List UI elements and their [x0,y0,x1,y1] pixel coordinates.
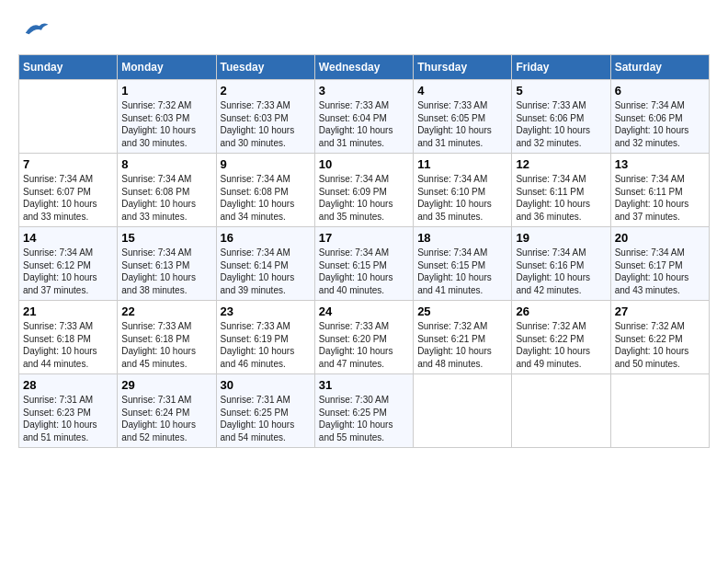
day-info: Sunrise: 7:33 AMSunset: 6:03 PMDaylight:… [221,99,311,149]
day-info: Sunrise: 7:33 AMSunset: 6:05 PMDaylight:… [417,99,507,149]
day-cell: 12Sunrise: 7:34 AMSunset: 6:11 PMDayligh… [512,154,610,227]
day-number: 23 [221,304,311,318]
day-number: 4 [417,84,507,98]
day-cell: 19Sunrise: 7:34 AMSunset: 6:16 PMDayligh… [512,227,610,301]
day-info: Sunrise: 7:30 AMSunset: 6:25 PMDaylight:… [319,394,409,443]
header-row: SundayMondayTuesdayWednesdayThursdayFrid… [19,55,710,80]
calendar-table: SundayMondayTuesdayWednesdayThursdayFrid… [18,54,710,448]
day-number: 12 [516,157,606,171]
day-number: 22 [121,304,211,318]
day-cell: 11Sunrise: 7:34 AMSunset: 6:10 PMDayligh… [414,154,512,227]
day-info: Sunrise: 7:34 AMSunset: 6:06 PMDaylight:… [615,99,705,149]
day-number: 3 [319,84,409,98]
day-cell: 14Sunrise: 7:34 AMSunset: 6:12 PMDayligh… [19,227,118,301]
logo [18,18,50,40]
day-cell: 9Sunrise: 7:34 AMSunset: 6:08 PMDaylight… [216,154,314,227]
day-info: Sunrise: 7:33 AMSunset: 6:20 PMDaylight:… [319,320,409,370]
header-saturday: Saturday [610,55,709,80]
day-number: 29 [121,378,211,392]
day-info: Sunrise: 7:33 AMSunset: 6:18 PMDaylight:… [23,320,113,370]
day-info: Sunrise: 7:34 AMSunset: 6:17 PMDaylight:… [615,247,705,296]
day-info: Sunrise: 7:34 AMSunset: 6:11 PMDaylight:… [516,173,606,223]
day-number: 13 [615,157,705,171]
day-info: Sunrise: 7:32 AMSunset: 6:22 PMDaylight:… [615,320,705,370]
day-number: 1 [121,84,211,98]
week-row-4: 21Sunrise: 7:33 AMSunset: 6:18 PMDayligh… [19,301,710,374]
day-info: Sunrise: 7:32 AMSunset: 6:22 PMDaylight:… [516,320,606,370]
day-cell: 5Sunrise: 7:33 AMSunset: 6:06 PMDaylight… [512,80,610,154]
logo-bird-icon [22,18,50,40]
day-number: 26 [516,304,606,318]
day-cell: 26Sunrise: 7:32 AMSunset: 6:22 PMDayligh… [512,301,610,374]
week-row-5: 28Sunrise: 7:31 AMSunset: 6:23 PMDayligh… [19,374,710,448]
day-number: 16 [221,231,311,245]
week-row-2: 7Sunrise: 7:34 AMSunset: 6:07 PMDaylight… [19,154,710,227]
day-cell: 28Sunrise: 7:31 AMSunset: 6:23 PMDayligh… [19,374,118,448]
day-cell: 20Sunrise: 7:34 AMSunset: 6:17 PMDayligh… [610,227,709,301]
day-info: Sunrise: 7:34 AMSunset: 6:16 PMDaylight:… [516,247,606,296]
day-info: Sunrise: 7:34 AMSunset: 6:09 PMDaylight:… [319,173,409,223]
day-number: 17 [319,231,409,245]
day-number: 31 [319,378,409,392]
header-wednesday: Wednesday [314,55,413,80]
day-info: Sunrise: 7:31 AMSunset: 6:25 PMDaylight:… [221,394,311,443]
day-info: Sunrise: 7:34 AMSunset: 6:08 PMDaylight:… [121,173,211,223]
day-number: 10 [319,157,409,171]
day-cell: 4Sunrise: 7:33 AMSunset: 6:05 PMDaylight… [414,80,512,154]
day-info: Sunrise: 7:31 AMSunset: 6:24 PMDaylight:… [121,394,211,443]
day-cell [414,374,512,448]
day-cell: 30Sunrise: 7:31 AMSunset: 6:25 PMDayligh… [216,374,314,448]
day-number: 2 [221,84,311,98]
day-number: 15 [121,231,211,245]
day-cell [19,80,118,154]
day-cell: 16Sunrise: 7:34 AMSunset: 6:14 PMDayligh… [216,227,314,301]
week-row-1: 1Sunrise: 7:32 AMSunset: 6:03 PMDaylight… [19,80,710,154]
day-info: Sunrise: 7:31 AMSunset: 6:23 PMDaylight:… [23,394,113,443]
day-cell: 24Sunrise: 7:33 AMSunset: 6:20 PMDayligh… [314,301,413,374]
day-info: Sunrise: 7:33 AMSunset: 6:19 PMDaylight:… [221,320,311,370]
day-number: 28 [23,378,113,392]
day-number: 7 [23,157,113,171]
week-row-3: 14Sunrise: 7:34 AMSunset: 6:12 PMDayligh… [19,227,710,301]
day-cell: 1Sunrise: 7:32 AMSunset: 6:03 PMDaylight… [118,80,216,154]
day-info: Sunrise: 7:34 AMSunset: 6:13 PMDaylight:… [121,247,211,296]
day-number: 30 [221,378,311,392]
day-cell: 13Sunrise: 7:34 AMSunset: 6:11 PMDayligh… [610,154,709,227]
day-info: Sunrise: 7:34 AMSunset: 6:10 PMDaylight:… [417,173,507,223]
day-number: 25 [417,304,507,318]
day-info: Sunrise: 7:34 AMSunset: 6:08 PMDaylight:… [221,173,311,223]
day-cell: 23Sunrise: 7:33 AMSunset: 6:19 PMDayligh… [216,301,314,374]
day-cell: 25Sunrise: 7:32 AMSunset: 6:21 PMDayligh… [414,301,512,374]
day-info: Sunrise: 7:32 AMSunset: 6:03 PMDaylight:… [121,99,211,149]
day-info: Sunrise: 7:34 AMSunset: 6:07 PMDaylight:… [23,173,113,223]
day-cell: 31Sunrise: 7:30 AMSunset: 6:25 PMDayligh… [314,374,413,448]
day-number: 11 [417,157,507,171]
day-cell: 10Sunrise: 7:34 AMSunset: 6:09 PMDayligh… [314,154,413,227]
day-number: 21 [23,304,113,318]
day-info: Sunrise: 7:33 AMSunset: 6:18 PMDaylight:… [121,320,211,370]
day-info: Sunrise: 7:32 AMSunset: 6:21 PMDaylight:… [417,320,507,370]
day-number: 27 [615,304,705,318]
day-number: 8 [121,157,211,171]
day-info: Sunrise: 7:33 AMSunset: 6:04 PMDaylight:… [319,99,409,149]
day-info: Sunrise: 7:34 AMSunset: 6:14 PMDaylight:… [221,247,311,296]
day-cell [610,374,709,448]
day-number: 14 [23,231,113,245]
day-cell: 3Sunrise: 7:33 AMSunset: 6:04 PMDaylight… [314,80,413,154]
header-sunday: Sunday [19,55,118,80]
page-header [18,18,710,40]
day-cell: 22Sunrise: 7:33 AMSunset: 6:18 PMDayligh… [118,301,216,374]
day-cell [512,374,610,448]
day-cell: 29Sunrise: 7:31 AMSunset: 6:24 PMDayligh… [118,374,216,448]
day-info: Sunrise: 7:33 AMSunset: 6:06 PMDaylight:… [516,99,606,149]
day-number: 9 [221,157,311,171]
day-cell: 21Sunrise: 7:33 AMSunset: 6:18 PMDayligh… [19,301,118,374]
day-cell: 27Sunrise: 7:32 AMSunset: 6:22 PMDayligh… [610,301,709,374]
day-info: Sunrise: 7:34 AMSunset: 6:12 PMDaylight:… [23,247,113,296]
header-friday: Friday [512,55,610,80]
day-cell: 7Sunrise: 7:34 AMSunset: 6:07 PMDaylight… [19,154,118,227]
day-number: 18 [417,231,507,245]
day-cell: 18Sunrise: 7:34 AMSunset: 6:15 PMDayligh… [414,227,512,301]
header-monday: Monday [118,55,216,80]
day-cell: 2Sunrise: 7:33 AMSunset: 6:03 PMDaylight… [216,80,314,154]
